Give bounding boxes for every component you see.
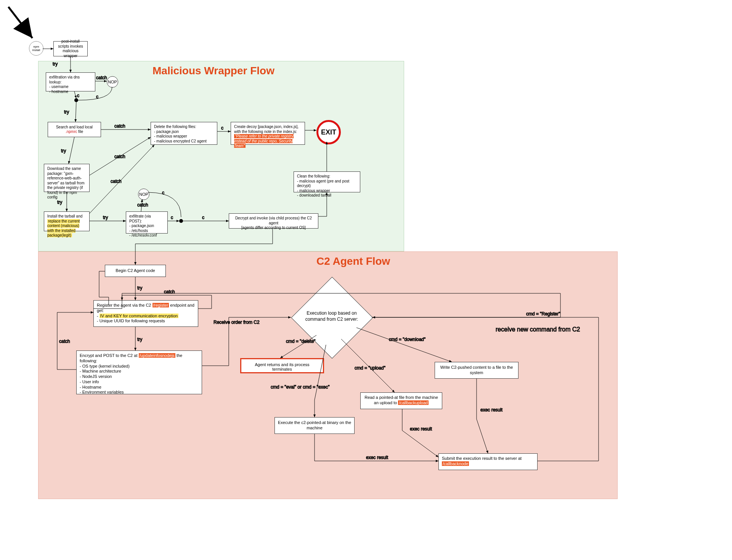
decoy-node: Create decoy [package.json, index.js], w…: [231, 122, 305, 145]
clean-b1: - malicious agent (pre and post decrypt): [297, 179, 357, 189]
delete-files-title: Delete the following files:: [154, 125, 214, 130]
encrypt-post-b2: - Machine architecture: [80, 369, 199, 374]
upload-cmd-node: Read a pointed-at file from the machine …: [360, 392, 442, 409]
start-node: npm install: [29, 41, 43, 56]
exfil-dns-b1: - username: [49, 85, 92, 90]
loop-l2: command from C2 server:: [301, 317, 362, 323]
decrypt-l1: Decrypt and invoke (via child process) t…: [232, 216, 315, 226]
clean-b2: - malicious wrapper: [297, 189, 357, 194]
begin-c2-text: Begin C2 Agent code: [116, 268, 155, 274]
decoy-hl: "Please refer to the private registry in…: [234, 134, 294, 148]
delete-files-b3: - malicious encrypted C2 agent: [154, 139, 214, 144]
exec-cmd-text: Execute the c2-pointed-at binary on the …: [278, 420, 351, 431]
exfil-post-node: exfiltrate (via POST): - package.json - …: [126, 211, 168, 234]
delete-files-node: Delete the following files: - package.js…: [151, 122, 217, 145]
loop-label: Execution loop based on command from C2 …: [301, 310, 362, 322]
exfil-post-b1: - package.json: [129, 224, 164, 229]
loop-l1: Execution loop based on: [301, 310, 362, 317]
install-tarball-pre: Install the tarball and: [47, 214, 82, 218]
decrypt-l2: [agents differ according to current OS]: [232, 226, 315, 230]
encrypt-post-hl: /updateinfosnodejs: [139, 353, 175, 358]
exit-text: EXIT: [321, 128, 336, 136]
exfil-post-b2: - /etc/hosts: [129, 229, 164, 234]
delete-files-b1: - package.json: [154, 130, 214, 134]
nop1-text: NOP: [108, 80, 117, 84]
exfil-dns-node: exfiltration via dns lookup: - username …: [46, 72, 95, 91]
submit-hl: /callbacknode: [442, 461, 469, 466]
encrypt-post-b1: - OS type (kernel included): [80, 364, 199, 369]
c2-title: C2 Agent Flow: [316, 255, 390, 267]
register-node: Register the agent via the C2 /register …: [93, 300, 198, 327]
search-npmrc-pre: Search and load local: [56, 125, 93, 129]
encrypt-post-b4: - User info: [80, 379, 199, 385]
delete-cmd-node: Agent returns and its process terminates: [240, 358, 324, 373]
exfil-post-title: exfiltrate (via POST):: [129, 214, 164, 224]
exfil-dns-b2: - hostname: [49, 90, 92, 94]
nop1: NOP: [107, 76, 118, 88]
encrypt-post-b6: - Environment variables: [80, 390, 199, 395]
download-pkg-node: Download the same package: "gxm-referenc…: [44, 164, 90, 192]
exit-node: EXIT: [316, 120, 341, 144]
postinstall-text: post-install scripts invokes malicious w…: [57, 39, 84, 58]
wrapper-title: Malicious Wrapper Flow: [152, 65, 274, 77]
register-b2: - Unique UUID for following requests: [97, 318, 195, 324]
exec-cmd-node: Execute the c2-pointed-at binary on the …: [274, 417, 355, 434]
register-hl: /register: [152, 303, 169, 307]
encrypt-post-b5: - Hostname: [80, 385, 199, 390]
start-label: npm install: [32, 45, 40, 52]
search-npmrc-hl: .npmrc: [66, 130, 77, 134]
junction2: [179, 219, 183, 223]
download-cmd-node: Write C2-pushed content to a file to the…: [435, 362, 518, 379]
search-npmrc-node: Search and load local .npmrc file: [48, 122, 101, 137]
download-cmd-text: Write C2-pushed content to a file to the…: [438, 365, 515, 376]
encrypt-post-b3: - NodeJS version: [80, 374, 199, 379]
clean-title: Clean the following:: [297, 174, 357, 179]
nop2: NOP: [138, 189, 149, 200]
submit-node: Submit the execution result to the serve…: [438, 453, 538, 470]
install-tarball-node: Install the tarball and replace the curr…: [44, 211, 90, 231]
exfil-post-b3: - /etc/resolv.conf: [129, 233, 164, 238]
svg-line-0: [8, 7, 32, 38]
delete-cmd-text: Agent returns and its process terminates: [255, 362, 309, 371]
clean-node: Clean the following: - malicious agent (…: [294, 171, 360, 192]
begin-c2-node: Begin C2 Agent code: [105, 265, 166, 277]
upload-cmd-hl: /callbackupload: [398, 400, 429, 405]
search-npmrc-post: file: [78, 130, 83, 134]
encrypt-post-pre: Encrypt and POST to the C2 at: [80, 353, 139, 358]
postinstall-node: post-install scripts invokes malicious w…: [53, 41, 88, 56]
clean-b3: - downloaded tarball: [297, 193, 357, 198]
nop2-text: NOP: [139, 192, 148, 197]
exfil-dns-title: exfiltration via dns lookup:: [49, 75, 92, 85]
decrypt-node: Decrypt and invoke (via child process) t…: [229, 213, 318, 229]
register-pre: Register the agent via the C2: [97, 303, 152, 307]
encrypt-post-node: Encrypt and POST to the C2 at /updateinf…: [76, 350, 202, 394]
register-b1: IV and KEY for communication encryption: [100, 314, 178, 318]
submit-pre: Submit the execution result to the serve…: [442, 456, 522, 461]
delete-files-b2: - malicious wrapper: [154, 134, 214, 139]
junction1: [74, 98, 78, 102]
decoy-title: Create decoy [package.json, index.js], w…: [234, 125, 302, 134]
